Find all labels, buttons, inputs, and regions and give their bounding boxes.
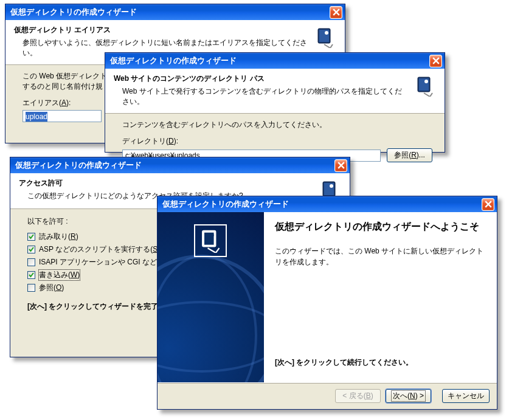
titlebar: 仮想ディレクトリの作成ウィザード	[10, 157, 350, 173]
wizard-book-icon	[194, 224, 227, 257]
checkbox-icon	[27, 258, 35, 266]
close-button[interactable]	[330, 6, 342, 19]
svg-point-2	[325, 31, 328, 35]
welcome-desc: このウィザードでは、この Web サイトに新しい仮想ディレクトリを作成します。	[275, 246, 486, 267]
header-title: 仮想ディレクトリ エイリアス	[14, 25, 308, 35]
wizard-header: Web サイトのコンテンツのディレクトリ パス Web サイト上で発行するコンテ…	[105, 69, 445, 114]
svg-point-11	[210, 233, 214, 238]
svg-point-8	[330, 184, 333, 188]
directory-label: ディレクトリ(D):	[122, 136, 432, 146]
cancel-button[interactable]: キャンセル	[442, 389, 490, 403]
back-button: < 戻る(B)	[335, 389, 381, 403]
checkbox-icon	[27, 233, 35, 241]
wizard-content: 仮想ディレクトリの作成ウィザードへようこそ このウィザードでは、この Web サ…	[264, 212, 497, 382]
close-icon	[485, 201, 492, 208]
wizard-dialog-welcome: 仮想ディレクトリの作成ウィザード 仮想ディレクトリの作成ウィザードへようこそ こ…	[157, 196, 497, 410]
perm-write-label: 書き込み(W)	[39, 270, 80, 280]
next-hint: [次へ] をクリックして続行してください。	[275, 357, 486, 374]
checkbox-icon	[27, 284, 35, 292]
welcome-title: 仮想ディレクトリの作成ウィザードへようこそ	[275, 221, 486, 233]
wizard-footer: < 戻る(B) 次へ(N) > キャンセル	[158, 382, 497, 409]
checkbox-icon	[27, 271, 35, 279]
window-title: 仮想ディレクトリの作成ウィザード	[110, 55, 429, 66]
prompt-text: コンテンツを含むディレクトリへのパスを入力してください。	[122, 120, 432, 130]
wizard-side-panel	[158, 212, 264, 382]
close-button[interactable]	[334, 159, 347, 172]
perm-browse-label: 参照(O)	[39, 283, 64, 293]
browse-button[interactable]: 参照(R)...	[387, 148, 432, 162]
close-icon	[333, 9, 340, 16]
svg-point-5	[424, 80, 428, 83]
header-desc: Web サイト上で発行するコンテンツを含むディレクトリの物理的パスを指定してくだ…	[114, 86, 408, 107]
close-icon	[432, 57, 440, 64]
close-button[interactable]	[482, 198, 494, 211]
perm-asp-label: ASP などのスクリプトを実行する(S)	[39, 244, 160, 255]
header-title: Web サイトのコンテンツのディレクトリ パス	[114, 74, 408, 84]
wizard-book-icon	[313, 25, 338, 49]
window-title: 仮想ディレクトリの作成ウィザード	[15, 160, 334, 171]
window-title: 仮想ディレクトリの作成ウィザード	[162, 199, 482, 210]
globe-graphic	[158, 255, 264, 382]
header-title: アクセス許可	[19, 178, 313, 188]
wizard-book-icon	[413, 74, 437, 98]
titlebar: 仮想ディレクトリの作成ウィザード	[5, 4, 345, 20]
titlebar: 仮想ディレクトリの作成ウィザード	[158, 196, 497, 212]
checkbox-icon	[27, 246, 35, 253]
wizard-body: 仮想ディレクトリの作成ウィザードへようこそ このウィザードでは、この Web サ…	[158, 212, 497, 382]
wizard-dialog-path: 仮想ディレクトリの作成ウィザード Web サイトのコンテンツのディレクトリ パス…	[105, 52, 445, 153]
close-icon	[338, 162, 345, 169]
next-button[interactable]: 次へ(N) >	[386, 389, 431, 403]
window-title: 仮想ディレクトリの作成ウィザード	[10, 7, 330, 18]
close-button[interactable]	[429, 55, 442, 67]
alias-input[interactable]: upload	[23, 110, 102, 122]
alias-value: upload	[26, 112, 47, 122]
perm-read-label: 読み取り(R)	[39, 232, 78, 242]
titlebar: 仮想ディレクトリの作成ウィザード	[105, 53, 445, 69]
